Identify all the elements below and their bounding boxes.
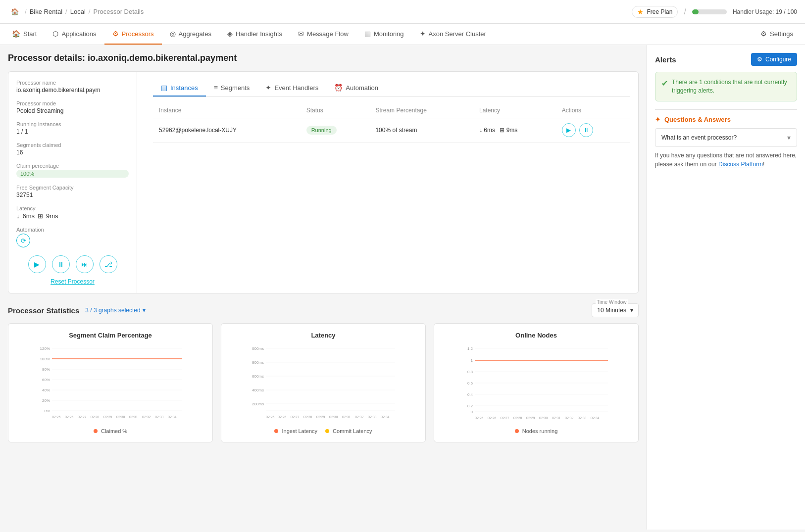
breadcrumb: 🏠 / Bike Rental / Local / Processor Deta… [8,5,632,19]
svg-text:0: 0 [471,410,473,414]
chart2-legend-item2: Commit Latency [325,428,372,434]
latency-value: ↓ 6ms ⊞ 9ms [16,212,129,220]
tab-handler-insights-label: Handler Insights [236,30,282,38]
configure-button[interactable]: ⚙ Configure [751,53,797,66]
pause-button[interactable]: ⏸ [52,255,70,273]
svg-text:0.8: 0.8 [467,370,473,374]
tab-aggregates[interactable]: ◎ Aggregates [162,24,220,45]
svg-text:80%: 80% [42,367,50,372]
svg-text:02:28: 02:28 [513,416,522,420]
message-flow-icon: ✉ [298,30,304,38]
qa-item[interactable]: What is an event processor? ▾ [655,128,797,147]
svg-text:02:29: 02:29 [316,415,325,419]
row-pause-button[interactable]: ⏸ [579,123,593,137]
aggregates-icon: ◎ [170,30,176,38]
legend-claimed-label: Claimed % [101,428,127,434]
inner-tab-automation[interactable]: ⏰ Automation [326,80,386,97]
right-panel: Alerts ⚙ Configure ✔ There are 1 conditi… [647,45,805,530]
svg-text:02:33: 02:33 [578,416,587,420]
row-latency-commit: 9ms [506,127,518,134]
discuss-link[interactable]: Discuss Platform [718,161,763,168]
info-value-running: 1 / 1 [16,128,129,135]
home-icon[interactable]: 🏠 [8,5,22,19]
svg-text:02:25: 02:25 [266,415,275,419]
graphs-selected[interactable]: 3 / 3 graphs selected ▾ [85,307,145,314]
monitoring-icon: ▦ [364,30,371,38]
tab-settings[interactable]: ⚙ Settings [753,24,801,45]
latency-commit: 9ms [46,212,58,220]
svg-text:800ms: 800ms [252,360,264,365]
tab-monitoring-label: Monitoring [374,30,404,38]
handler-usage-bar [692,9,727,14]
tab-aggregates-label: Aggregates [179,30,212,38]
svg-text:02:32: 02:32 [565,416,574,420]
breadcrumb-local[interactable]: Local [70,8,86,15]
down-arrow-icon: ↓ [16,212,20,220]
svg-text:02:25: 02:25 [52,415,61,419]
axon-cluster-icon: ✦ [420,30,426,38]
svg-text:20%: 20% [42,398,50,403]
chart3-area: 1.2 1 0.8 0.6 0.4 0.2 0 [442,345,630,424]
commit-icon: ⊞ [38,212,43,220]
tab-applications[interactable]: ⬡ Applications [45,24,104,45]
instance-name: 52962@pokelene.local-XUJY [153,118,301,143]
time-window-select[interactable]: 10 Minutes ▾ [592,303,639,317]
row-start-button[interactable]: ▶ [562,123,576,137]
split-button[interactable]: ⎇ [100,255,117,273]
discuss-text: If you have any questions that are not a… [655,151,797,169]
time-window-value: 10 Minutes [597,307,626,314]
inner-tab-instances[interactable]: ▤ Instances [153,80,206,97]
reset-processor-link[interactable]: Reset Processor [16,278,129,285]
legend-ingest-label: Ingest Latency [282,428,317,434]
start-button[interactable]: ▶ [28,255,46,273]
breadcrumb-bike-rental[interactable]: Bike Rental [30,8,62,15]
tab-processors[interactable]: ⚙ Processors [104,24,162,45]
svg-text:1.2: 1.2 [467,346,473,351]
col-instance: Instance [153,103,301,118]
segments-icon: ≡ [214,84,218,92]
inner-tab-instances-label: Instances [170,84,198,92]
tab-start[interactable]: 🏠 Start [4,24,45,45]
instances-icon: ▤ [161,84,167,92]
svg-text:02:33: 02:33 [155,415,164,419]
graphs-selected-text: 3 / 3 graphs selected [85,307,140,314]
automation-icon[interactable]: ⟳ [16,234,30,247]
chart2-legend: Ingest Latency Commit Latency [229,428,417,434]
inner-tab-event-handlers[interactable]: ✦ Event Handlers [257,80,326,97]
legend-nodes-label: Nodes running [522,428,558,434]
page-title: Processor details: io.axoniq.demo.bikere… [8,53,639,63]
statistics-header: Processor Statistics 3 / 3 graphs select… [8,303,639,317]
info-row-latency: Latency ↓ 6ms ⊞ 9ms [16,205,129,220]
tab-handler-insights[interactable]: ◈ Handler Insights [219,24,290,45]
legend-dot-claimed [94,429,98,433]
tab-monitoring[interactable]: ▦ Monitoring [356,24,412,45]
claim-percentage-badge: 100% [16,170,129,178]
free-plan-badge[interactable]: ★ Free Plan [632,6,678,18]
main-layout: Processor details: io.axoniq.demo.bikere… [0,45,805,530]
info-value-segments: 16 [16,149,129,156]
col-status: Status [301,103,370,118]
svg-text:200ms: 200ms [252,402,264,406]
free-plan-label: Free Plan [647,8,672,15]
svg-text:02:34: 02:34 [168,415,177,419]
info-row-running: Running instances 1 / 1 [16,121,129,135]
tab-axon-cluster-label: Axon Server Cluster [429,30,486,38]
skip-button[interactable]: ⏭ [76,255,94,273]
chart3-svg: 1.2 1 0.8 0.6 0.4 0.2 0 [442,345,630,424]
tab-message-flow-label: Message Flow [307,30,349,38]
inner-tab-segments[interactable]: ≡ Segments [206,80,258,97]
svg-text:0%: 0% [44,409,50,413]
tab-message-flow[interactable]: ✉ Message Flow [290,24,356,45]
svg-text:02:29: 02:29 [526,416,535,420]
svg-text:02:31: 02:31 [552,416,561,420]
inner-tab-segments-label: Segments [221,84,250,92]
tab-axon-server-cluster[interactable]: ✦ Axon Server Cluster [412,24,494,45]
svg-text:02:30: 02:30 [329,415,338,419]
info-row-name: Processor name io.axoniq.demo.bikerental… [16,80,129,94]
configure-icon: ⚙ [757,56,762,63]
svg-text:02:27: 02:27 [501,416,509,420]
axon-qa-icon: ✦ [655,116,660,123]
instance-stream-pct: 100% of stream [369,118,473,143]
svg-text:0.4: 0.4 [467,392,473,397]
svg-text:02:27: 02:27 [291,415,300,419]
